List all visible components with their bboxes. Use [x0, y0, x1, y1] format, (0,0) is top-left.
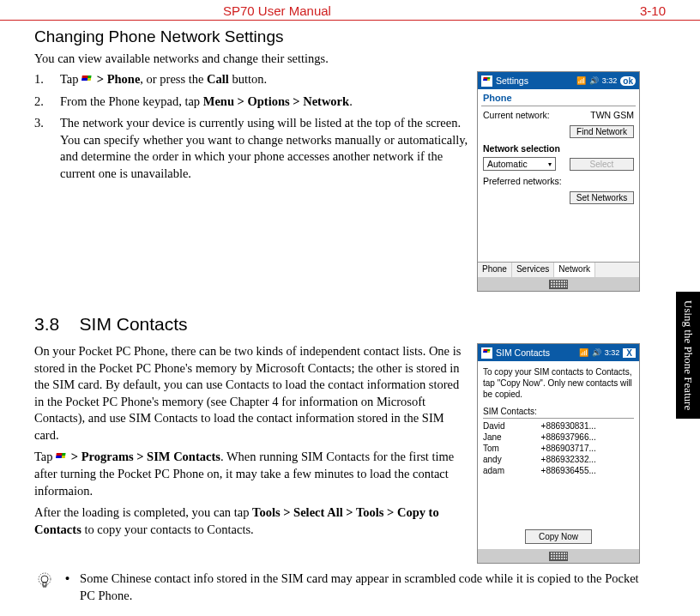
phone-header: Phone	[478, 89, 639, 105]
select-button: Select	[570, 158, 634, 171]
svg-rect-2	[43, 583, 46, 586]
preferred-networks-label: Preferred networks:	[483, 176, 562, 186]
contact-row[interactable]: Tom+886903717...	[483, 443, 634, 454]
keyboard-icon[interactable]	[549, 280, 568, 289]
chapter-tab: Using the Phone Feature	[676, 292, 700, 419]
volume-icon: 🔊	[592, 348, 601, 357]
windows-icon	[481, 347, 492, 359]
window-title: SIM Contacts	[496, 347, 550, 358]
ok-button[interactable]: ok	[620, 76, 636, 86]
page-number: 3-10	[640, 3, 666, 18]
lightbulb-icon	[34, 571, 55, 595]
titlebar: SIM Contacts 📶 🔊 3:32 X	[478, 344, 639, 361]
contact-row[interactable]: Jane+886937966...	[483, 432, 634, 443]
tab-network[interactable]: Network	[554, 263, 595, 277]
steps-list: Tap > Phone, or press the Call button. F…	[34, 71, 468, 182]
note-bullet: •	[65, 571, 69, 604]
close-button[interactable]: X	[623, 348, 636, 358]
windows-icon	[55, 453, 69, 463]
svg-point-0	[39, 573, 51, 585]
svg-point-1	[41, 576, 48, 583]
network-selection-label: Network selection	[483, 143, 634, 154]
time: 3:32	[605, 348, 620, 357]
tab-phone[interactable]: Phone	[478, 263, 512, 277]
step-3: The network your device is currently usi…	[34, 115, 468, 182]
intro-text: You can view available networks and chan…	[34, 51, 640, 66]
manual-title: SP70 User Manual	[223, 3, 331, 18]
window-title: Settings	[496, 75, 528, 86]
signal-icon: 📶	[576, 76, 586, 85]
contact-row[interactable]: David+886930831...	[483, 420, 634, 432]
content: Changing Phone Network Settings You can …	[0, 21, 700, 613]
step-1: Tap > Phone, or press the Call button.	[34, 71, 468, 88]
settings-mock: Settings 📶 🔊 3:32 ok Phone Current netwo…	[477, 71, 640, 292]
current-network-value: TWN GSM	[590, 110, 634, 120]
softkey-bar	[478, 549, 639, 563]
windows-icon	[81, 75, 94, 86]
sim-para-2: Tap > Programs > SIM Contacts. When runn…	[34, 449, 468, 499]
softkey-bar	[478, 277, 639, 291]
titlebar: Settings 📶 🔊 3:32 ok	[478, 72, 639, 89]
copy-now-button[interactable]: Copy Now	[525, 529, 592, 544]
step-2: From the Phone keypad, tap Menu > Option…	[34, 94, 468, 111]
keyboard-icon[interactable]	[549, 552, 568, 561]
contacts-list: David+886930831... Jane+886937966... Tom…	[483, 420, 634, 476]
network-mode-dropdown[interactable]: Automatic	[483, 157, 556, 171]
note-text: Some Chinese contact info stored in the …	[80, 571, 640, 604]
section-title: 3.8 SIM Contacts	[34, 314, 640, 335]
time: 3:32	[602, 76, 618, 85]
sim-contacts-label: SIM Contacts:	[483, 407, 634, 416]
contact-row[interactable]: adam+886936455...	[483, 465, 634, 476]
find-network-button[interactable]: Find Network	[570, 125, 634, 138]
signal-icon: 📶	[579, 348, 588, 357]
tab-services[interactable]: Services	[512, 263, 554, 277]
set-networks-button[interactable]: Set Networks	[570, 191, 634, 204]
section-subtitle: Changing Phone Network Settings	[34, 27, 640, 46]
sim-para-1: On your Pocket PC Phone, there can be tw…	[34, 343, 468, 444]
sim-contacts-mock: SIM Contacts 📶 🔊 3:32 X To copy your SIM…	[477, 343, 640, 564]
copy-instruction: To copy your SIM contacts to Contacts, t…	[483, 366, 634, 400]
tabs: Phone Services Network	[478, 262, 639, 277]
note-block: • Some Chinese contact info stored in th…	[34, 571, 640, 604]
contact-row[interactable]: andy+886932332...	[483, 454, 634, 465]
current-network-label: Current network:	[483, 110, 550, 120]
windows-icon	[481, 75, 492, 87]
sim-para-3: After the loading is completed, you can …	[34, 504, 468, 538]
page-header: SP70 User Manual 3-10	[0, 0, 700, 21]
volume-icon: 🔊	[589, 76, 599, 85]
